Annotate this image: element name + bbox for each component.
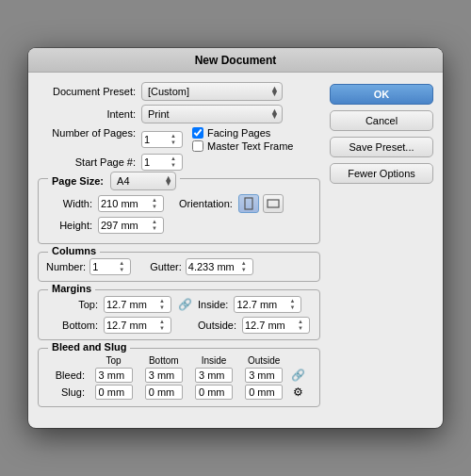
- margins-bottom-input[interactable]: [106, 320, 159, 331]
- height-input[interactable]: [101, 220, 152, 231]
- pages-row: Number of Pages: ▲▼ Facing Pages: [38, 127, 320, 152]
- preset-row: Document Preset: [Custom] ▲▼: [38, 82, 320, 101]
- left-column: Document Preset: [Custom] ▲▼ Intent: Pri…: [38, 82, 330, 415]
- pages-right: ▲▼ Facing Pages Master Text Frame: [141, 127, 294, 152]
- dialog-content: Document Preset: [Custom] ▲▼ Intent: Pri…: [28, 82, 443, 415]
- cancel-button[interactable]: Cancel: [330, 110, 433, 131]
- bleed-slug-table: Top Bottom Inside Outside Bleed:: [46, 354, 312, 401]
- intent-label: Intent:: [38, 108, 141, 120]
- master-text-row: Master Text Frame: [192, 140, 294, 152]
- margins-inside-input[interactable]: [236, 299, 289, 310]
- preset-select[interactable]: [Custom]: [141, 82, 283, 101]
- margins-top-row: Top: ▲▼ 🔗 Inside: ▲▼: [46, 296, 312, 313]
- start-page-input[interactable]: [144, 156, 171, 168]
- page-size-legend: Page Size: A4 ▲▼: [48, 172, 180, 190]
- bleed-lock-icon[interactable]: 🔗: [291, 368, 306, 383]
- page-size-select-wrap: A4 ▲▼: [110, 172, 176, 190]
- portrait-btn[interactable]: [238, 194, 259, 213]
- width-arrows[interactable]: ▲▼: [152, 197, 157, 210]
- fewer-options-button[interactable]: Fewer Options: [330, 163, 433, 184]
- bleed-col-bottom: Bottom: [138, 354, 188, 367]
- svg-rect-1: [268, 200, 279, 207]
- slug-row: Slug: ⚙: [46, 384, 312, 401]
- orientation-label: Orientation:: [179, 198, 233, 209]
- master-text-checkbox[interactable]: [192, 140, 203, 152]
- intent-select-wrap: Print ▲▼: [141, 105, 283, 123]
- page-size-label: Page Size:: [52, 175, 104, 187]
- slug-inside-input[interactable]: [195, 385, 233, 400]
- margins-group: Margins Top: ▲▼ 🔗 Inside: ▲▼ Bottom:: [38, 289, 320, 340]
- margins-outside-arrows[interactable]: ▲▼: [298, 319, 303, 332]
- slug-outside-input[interactable]: [245, 385, 283, 400]
- margins-outside-spinbox: ▲▼: [242, 317, 310, 334]
- margins-legend: Margins: [48, 283, 95, 294]
- bleed-row-label: Bleed:: [46, 367, 89, 384]
- bleed-bottom-input[interactable]: [145, 368, 183, 383]
- col-gutter-label: Gutter:: [150, 261, 182, 272]
- margins-top-label: Top:: [46, 299, 98, 310]
- bleed-col-inside: Inside: [188, 354, 238, 367]
- start-page-row: Start Page #: ▲▼: [38, 154, 320, 171]
- col-number-input[interactable]: [92, 261, 119, 272]
- right-column: OK Cancel Save Preset... Fewer Options: [330, 82, 433, 415]
- col-gutter-group: Gutter: ▲▼: [150, 258, 253, 275]
- bleed-col-top: Top: [89, 354, 138, 367]
- page-size-group: Page Size: A4 ▲▼ Width: ▲▼: [38, 178, 320, 244]
- landscape-btn[interactable]: [263, 194, 284, 213]
- margins-top-arrows[interactable]: ▲▼: [159, 298, 165, 311]
- save-preset-button[interactable]: Save Preset...: [330, 137, 433, 157]
- intent-select[interactable]: Print: [141, 105, 283, 123]
- bleed-slug-group: Bleed and Slug Top Bottom Inside Outside: [38, 348, 320, 407]
- facing-pages-checkbox[interactable]: [192, 127, 203, 139]
- margins-bottom-row: Bottom: ▲▼ 🔗 Outside: ▲▼: [46, 317, 312, 334]
- height-arrows[interactable]: ▲▼: [152, 219, 157, 232]
- intent-row: Intent: Print ▲▼: [38, 105, 320, 123]
- margins-outside-input[interactable]: [245, 320, 298, 331]
- width-label: Width:: [46, 198, 98, 209]
- columns-row: Number: ▲▼ Gutter: ▲▼: [46, 258, 312, 275]
- preset-label: Document Preset:: [38, 86, 141, 97]
- facing-pages-label: Facing Pages: [207, 127, 270, 139]
- margins-lock-icon[interactable]: 🔗: [177, 297, 192, 312]
- bleed-slug-legend: Bleed and Slug: [48, 341, 130, 353]
- margins-outside-label: Outside:: [198, 320, 236, 331]
- checkboxes: Facing Pages Master Text Frame: [192, 127, 294, 152]
- slug-top-input[interactable]: [95, 385, 133, 400]
- num-pages-input[interactable]: [144, 134, 171, 145]
- width-spinbox: ▲▼: [98, 195, 164, 212]
- col-number-spinbox: ▲▼: [89, 258, 131, 275]
- height-row: Height: ▲▼: [46, 217, 312, 234]
- orientation-buttons: [238, 194, 284, 213]
- col-gutter-arrows[interactable]: ▲▼: [241, 260, 247, 273]
- preset-select-wrap: [Custom] ▲▼: [141, 82, 283, 101]
- width-row: Width: ▲▼ Orientation:: [46, 194, 312, 213]
- slug-bottom-input[interactable]: [145, 385, 183, 400]
- columns-legend: Columns: [48, 245, 100, 256]
- bleed-inside-input[interactable]: [195, 368, 233, 383]
- bleed-outside-input[interactable]: [245, 368, 283, 383]
- bleed-col-outside: Outside: [239, 354, 289, 367]
- width-input[interactable]: [101, 198, 152, 209]
- new-document-dialog: New Document Document Preset: [Custom] ▲…: [28, 48, 443, 428]
- facing-pages-row: Facing Pages: [192, 127, 294, 139]
- start-page-label: Start Page #:: [38, 156, 141, 168]
- margins-inside-arrows[interactable]: ▲▼: [289, 298, 295, 311]
- margins-inside-label: Inside:: [198, 299, 228, 310]
- slug-lock-icon[interactable]: ⚙: [291, 385, 306, 400]
- dialog-title-bar: New Document: [28, 48, 443, 73]
- margins-bottom-arrows[interactable]: ▲▼: [159, 319, 165, 332]
- col-number-arrows[interactable]: ▲▼: [119, 260, 124, 273]
- margins-top-input[interactable]: [106, 299, 159, 310]
- col-number-label: Number:: [46, 261, 86, 272]
- col-gutter-spinbox: ▲▼: [186, 258, 253, 275]
- num-pages-arrows[interactable]: ▲▼: [171, 133, 176, 146]
- start-page-arrows[interactable]: ▲▼: [171, 156, 176, 169]
- margins-bottom-spinbox: ▲▼: [104, 317, 171, 334]
- margins-top-spinbox: ▲▼: [104, 296, 171, 313]
- ok-button[interactable]: OK: [330, 84, 433, 105]
- svg-rect-0: [245, 198, 252, 209]
- bleed-top-input[interactable]: [95, 368, 133, 383]
- margins-bottom-label: Bottom:: [46, 320, 98, 331]
- page-size-select[interactable]: A4: [110, 172, 176, 190]
- col-gutter-input[interactable]: [188, 261, 241, 272]
